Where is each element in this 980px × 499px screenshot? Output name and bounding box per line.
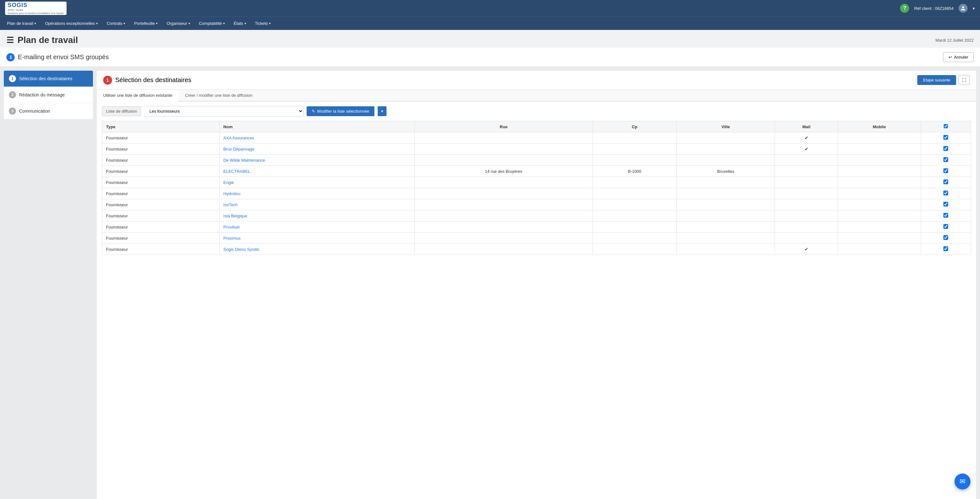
cell-cp (592, 233, 676, 244)
message-float-button[interactable]: ✉ (955, 474, 970, 489)
cell-mobile (838, 244, 921, 255)
cell-mail (775, 155, 838, 166)
row-checkbox[interactable] (943, 235, 948, 240)
cell-cp (592, 210, 676, 221)
nav-contrats[interactable]: Contrats ▾ (102, 17, 130, 30)
user-icon[interactable] (959, 4, 967, 13)
sidebar-label-2: Rédaction du message (19, 92, 65, 97)
edit-icon: ✎ (312, 109, 315, 114)
cell-cp (592, 177, 676, 188)
row-checkbox[interactable] (943, 168, 948, 173)
cell-nom[interactable]: De Wilde Maintenance (220, 155, 415, 166)
row-checkbox[interactable] (943, 157, 948, 162)
back-arrow-icon: ↩ (948, 55, 952, 59)
cell-mobile (838, 166, 921, 177)
table-row: FournisseurAXA Assurances✔ (102, 132, 971, 143)
cell-type: Fournisseur (102, 132, 220, 143)
table-row: FournisseurIsta Belgique (102, 210, 971, 221)
step-num-1: 1 (9, 75, 16, 82)
cell-ville (676, 177, 775, 188)
step-num-3: 3 (9, 108, 16, 114)
table-row: FournisseurProxifuel (102, 221, 971, 233)
cell-type: Fournisseur (102, 177, 220, 188)
row-checkbox[interactable] (943, 224, 948, 229)
select-all-checkbox[interactable] (944, 124, 948, 128)
cell-nom[interactable]: IsoTech (220, 199, 415, 210)
cell-ville (676, 155, 775, 166)
cell-select[interactable] (921, 199, 971, 210)
cell-select[interactable] (921, 132, 971, 143)
cell-rue: 14 rue des Bruyères (415, 166, 592, 177)
cell-nom[interactable]: AXA Assurances (220, 132, 415, 143)
page-header: ☰ Plan de travail Mardi 12 Juillet 2022 (0, 30, 980, 48)
cell-select[interactable] (921, 166, 971, 177)
tab-creer-modifier[interactable]: Créer / modifier une liste de diffusion (179, 90, 259, 102)
cell-type: Fournisseur (102, 210, 220, 221)
cell-select[interactable] (921, 155, 971, 166)
etape-suivante-button[interactable]: Etape suivante (917, 75, 956, 85)
cell-cp (592, 188, 676, 199)
cell-rue (415, 143, 592, 155)
cell-rue (415, 210, 592, 221)
nav-plan-de-travail[interactable]: Plan de travail ▾ (3, 17, 40, 30)
cell-nom[interactable]: Sogis Demo Syndic (220, 244, 415, 255)
cell-nom[interactable]: Engie (220, 177, 415, 188)
col-mobile: Mobile (838, 121, 921, 132)
row-checkbox[interactable] (943, 213, 948, 218)
help-icon[interactable]: ? (900, 4, 909, 13)
cell-mobile (838, 221, 921, 233)
cell-select[interactable] (921, 188, 971, 199)
row-checkbox[interactable] (943, 146, 948, 151)
col-ville: Ville (676, 121, 775, 132)
cell-ville (676, 233, 775, 244)
row-checkbox[interactable] (943, 191, 948, 195)
cell-select[interactable] (921, 244, 971, 255)
cell-select[interactable] (921, 233, 971, 244)
row-checkbox[interactable] (943, 135, 948, 140)
cell-mobile (838, 210, 921, 221)
nav-comptabilite[interactable]: Comptabilité ▾ (194, 17, 229, 30)
modifier-dropdown-button[interactable]: ▾ (378, 106, 387, 116)
data-table: Type Nom Rue Cp Ville Mail Mobile Fourni… (102, 121, 971, 255)
modifier-button[interactable]: ✎ Modifier la liste sélectionnée (307, 106, 374, 116)
cell-select[interactable] (921, 177, 971, 188)
sidebar-item-selection[interactable]: 1 Sélection des destinataires (4, 71, 93, 87)
cell-rue (415, 155, 592, 166)
row-checkbox[interactable] (943, 246, 948, 251)
cell-select[interactable] (921, 221, 971, 233)
cell-nom[interactable]: Proximus (220, 233, 415, 244)
filter-select[interactable]: Les fournisseurs Tous les propriétaires … (144, 106, 304, 116)
cell-nom[interactable]: ELECTRABEL (220, 166, 415, 177)
tab-liste-existante[interactable]: Utiliser une liste de diffusion existant… (97, 90, 179, 102)
nav-etats[interactable]: États ▾ (229, 17, 251, 30)
cell-nom[interactable]: Brux Dépannage (220, 143, 415, 155)
nav-tickets[interactable]: Tickets ▾ (251, 17, 275, 30)
cell-mail (775, 166, 838, 177)
cell-nom[interactable]: Hydrobru (220, 188, 415, 199)
sidebar-item-communication[interactable]: 3 Communication (4, 103, 93, 119)
cell-type: Fournisseur (102, 199, 220, 210)
cell-type: Fournisseur (102, 155, 220, 166)
cell-select[interactable] (921, 210, 971, 221)
sidebar-item-redaction[interactable]: 2 Rédaction du message (4, 87, 93, 103)
cell-nom[interactable]: Ista Belgique (220, 210, 415, 221)
cell-select[interactable] (921, 143, 971, 155)
table-row: FournisseurELECTRABEL14 rue des Bruyères… (102, 166, 971, 177)
nav-operations[interactable]: Opérations exceptionnelles ▾ (40, 17, 102, 30)
annuler-button[interactable]: ↩ Annuler (943, 52, 974, 62)
row-checkbox[interactable] (943, 202, 948, 207)
expand-button[interactable]: ⛶ (959, 75, 970, 85)
table-row: FournisseurHydrobru (102, 188, 971, 199)
nav-portefeuille[interactable]: Portefeuille ▾ (130, 17, 162, 30)
cell-nom[interactable]: Proxifuel (220, 221, 415, 233)
col-checkbox-all[interactable] (921, 121, 971, 132)
sidebar-label-1: Sélection des destinataires (19, 76, 72, 81)
tabs: Utiliser une liste de diffusion existant… (97, 90, 976, 102)
row-checkbox[interactable] (943, 180, 948, 184)
page-date: Mardi 12 Juillet 2022 (935, 38, 974, 43)
filter-row: Liste de diffusion Les fournisseurs Tous… (97, 102, 976, 121)
nav-organiseur[interactable]: Organiseur ▾ (162, 17, 194, 30)
dropdown-arrow[interactable]: ▾ (973, 6, 975, 11)
step-badge: 1 (103, 76, 112, 85)
col-cp: Cp (592, 121, 676, 132)
